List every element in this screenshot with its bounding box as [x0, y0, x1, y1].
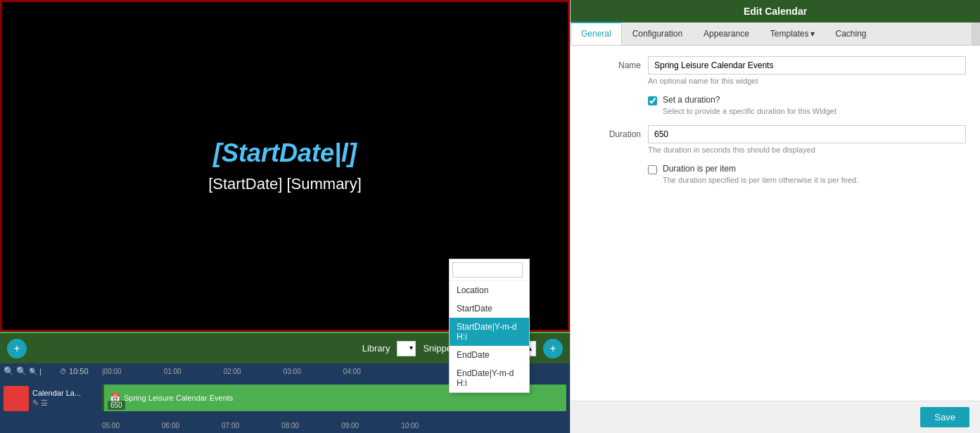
- track-icons: ✎ ☰: [32, 399, 81, 408]
- ruler-time: ⏱ 10:50: [60, 367, 89, 375]
- duration-per-item-info: Duration is per item The duration specif…: [663, 164, 858, 184]
- add-circle-button[interactable]: +: [7, 339, 27, 358]
- dropdown-item-startdate-format[interactable]: StartDate|Y-m-d H:i: [450, 318, 529, 346]
- track-info: Calendar La... ✎ ☰: [32, 389, 81, 408]
- tick-b6: 06:00: [162, 422, 179, 429]
- track-name: Calendar La...: [32, 389, 81, 397]
- zoom-out-icon[interactable]: 🔍: [29, 368, 37, 375]
- duration-hint: The duration in seconds this should be d…: [648, 146, 966, 154]
- tab-spacer: [877, 22, 972, 45]
- dropdown-item-startdate[interactable]: StartDate: [450, 299, 529, 318]
- preview-subtitle: [StartDate] [Summary]: [208, 175, 362, 193]
- library-select[interactable]: [397, 341, 416, 356]
- edit-panel-header: Edit Calendar: [571, 0, 980, 22]
- duration-input[interactable]: [648, 125, 966, 143]
- duration-per-item-hint: The duration specified is per item other…: [663, 176, 858, 184]
- tick-b7: 07:00: [222, 422, 239, 429]
- save-button[interactable]: Save: [920, 407, 969, 427]
- tick-3: 03:00: [284, 368, 301, 375]
- duration-label: Duration: [585, 125, 641, 139]
- tick-2: 02:00: [224, 368, 241, 375]
- dropdown-item-location[interactable]: Location: [450, 281, 529, 299]
- duration-per-item-row: Duration is per item The duration specif…: [585, 164, 966, 184]
- set-duration-row: Set a duration? Select to provide a spec…: [585, 95, 966, 115]
- tab-configuration[interactable]: Configuration: [622, 22, 693, 45]
- zoom-in-icon2[interactable]: 🔍: [16, 366, 27, 376]
- tab-templates-inner: Templates ▾: [770, 29, 815, 39]
- duration-badge: 650: [108, 401, 125, 410]
- edit-panel-tabs: General Configuration Appearance Templat…: [571, 22, 980, 46]
- set-duration-hint: Select to provide a specific duration fo…: [663, 107, 836, 115]
- add-plus-button[interactable]: +: [543, 339, 563, 358]
- name-hint: An optional name for this widget: [648, 77, 966, 85]
- tab-caching[interactable]: Caching: [825, 22, 877, 45]
- set-duration-label: Set a duration?: [663, 95, 836, 105]
- time-display: 10:50: [69, 367, 89, 375]
- dropdown-item-enddate-format[interactable]: EndDate|Y-m-d H:i: [450, 364, 529, 392]
- ruler-bottom: 05:00 06:00 07:00 08:00 09:00 10:00: [0, 418, 570, 433]
- duration-control: The duration in seconds this should be d…: [648, 125, 966, 154]
- tick-1: 01:00: [164, 368, 182, 375]
- duration-row: Duration The duration in seconds this sh…: [585, 125, 966, 154]
- preview-title: [StartDate|l]: [213, 138, 357, 168]
- dropdown-item-enddate[interactable]: EndDate: [450, 346, 529, 364]
- tick-b5: 05:00: [102, 422, 120, 429]
- edit-panel-footer: Save: [571, 401, 980, 433]
- tab-general[interactable]: General: [571, 22, 622, 45]
- dropdown-list: Location StartDate StartDate|Y-m-d H:i E…: [450, 281, 529, 392]
- edit-panel-body: Name An optional name for this widget Se…: [571, 46, 980, 401]
- tick-b9: 09:00: [341, 422, 359, 429]
- tick-4: 04:00: [343, 368, 361, 375]
- tab-templates-chevron: ▾: [810, 29, 815, 39]
- edit-panel: Edit Calendar General Configuration Appe…: [570, 0, 980, 433]
- name-row: Name An optional name for this widget: [585, 56, 966, 85]
- name-label: Name: [585, 56, 641, 70]
- track-event-inner: 📅 Spring Leisure Calendar Events: [110, 393, 233, 403]
- dropdown-search-input[interactable]: [452, 262, 523, 278]
- zoom-separator: |: [39, 367, 42, 375]
- tab-scrollbar: [972, 22, 980, 45]
- zoom-controls: 🔍 🔍 🔍 |: [0, 366, 45, 376]
- event-name: Spring Leisure Calendar Events: [124, 394, 233, 402]
- name-input[interactable]: [648, 56, 966, 75]
- snippets-dropdown-overlay: Location StartDate StartDate|Y-m-d H:i E…: [449, 259, 530, 393]
- tick-b10: 10:00: [401, 422, 419, 429]
- track-color-box: [4, 386, 29, 411]
- tick-0: |00:00: [102, 368, 122, 375]
- dropdown-search-wrapper: [450, 259, 529, 281]
- duration-per-item-label: Duration is per item: [663, 164, 858, 174]
- tick-b8: 08:00: [281, 422, 299, 429]
- tab-templates[interactable]: Templates ▾: [760, 22, 825, 45]
- set-duration-checkbox[interactable]: [648, 96, 657, 105]
- track-label: Calendar La... ✎ ☰: [0, 386, 102, 411]
- library-label: Library: [362, 343, 390, 354]
- edit-icon[interactable]: ✎: [32, 399, 39, 408]
- list-icon[interactable]: ☰: [41, 399, 48, 408]
- duration-per-item-checkbox[interactable]: [648, 165, 657, 174]
- name-control: An optional name for this widget: [648, 56, 966, 85]
- tab-appearance[interactable]: Appearance: [693, 22, 760, 45]
- tab-templates-label: Templates: [770, 29, 809, 39]
- set-duration-info: Set a duration? Select to provide a spec…: [663, 95, 836, 115]
- zoom-in-icon[interactable]: 🔍: [4, 366, 14, 376]
